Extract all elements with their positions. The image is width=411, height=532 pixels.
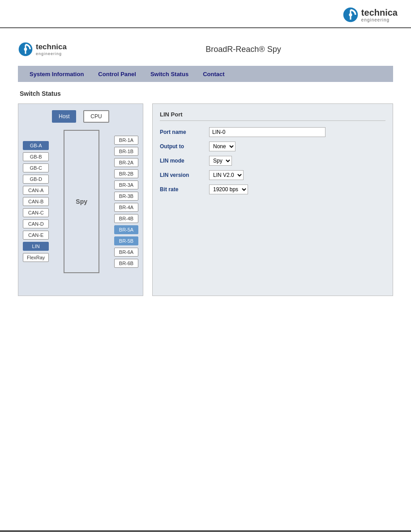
port-br-6a[interactable]: BR-6A — [114, 248, 138, 257]
inner-logo-sub: engineering — [36, 51, 67, 56]
top-header: technica engineering — [0, 0, 411, 28]
field-row-lin-version: LIN version LIN V2.0 — [160, 170, 385, 180]
footer-bar — [0, 530, 411, 532]
diagram-main: GB-A GB-B GB-C GB-D CAN-A CAN-B CAN-C CA… — [23, 130, 138, 273]
port-flexray[interactable]: FlexRay — [23, 253, 49, 262]
lin-version-value: LIN V2.0 — [209, 170, 244, 180]
top-logo: technica engineering — [342, 7, 398, 23]
lin-version-select[interactable]: LIN V2.0 — [209, 170, 244, 180]
field-row-output-to: Output to None — [160, 142, 385, 151]
port-gb-c[interactable]: GB-C — [23, 163, 49, 172]
lin-mode-value: Spy — [209, 156, 232, 166]
nav-bar: System Information Control Panel Switch … — [18, 66, 393, 82]
switch-layout: Host CPU GB-A GB-B GB-C GB-D CAN-A CAN-B… — [18, 103, 393, 296]
output-to-label: Output to — [160, 143, 209, 150]
nav-system-info[interactable]: System Information — [22, 67, 91, 81]
inner-logo: technica engineering — [18, 42, 67, 57]
port-gb-d[interactable]: GB-D — [23, 175, 49, 184]
port-name-label: Port name — [160, 129, 209, 135]
diagram-area: Host CPU GB-A GB-B GB-C GB-D CAN-A CAN-B… — [18, 103, 143, 296]
top-logo-icon — [342, 7, 359, 23]
right-ports: BR-1A BR-1B BR-2A BR-2B BR-3A BR-3B BR-4… — [114, 136, 138, 268]
port-br-3b[interactable]: BR-3B — [114, 192, 138, 201]
nav-control-panel[interactable]: Control Panel — [91, 67, 143, 81]
left-ports: GB-A GB-B GB-C GB-D CAN-A CAN-B CAN-C CA… — [23, 141, 49, 262]
nav-switch-status[interactable]: Switch Status — [143, 67, 196, 81]
output-to-select[interactable]: None — [209, 142, 235, 151]
port-can-d[interactable]: CAN-D — [23, 219, 49, 228]
center-spy-block: Spy — [64, 130, 99, 273]
port-br-2a[interactable]: BR-2A — [114, 158, 138, 167]
nav-contact[interactable]: Contact — [196, 67, 231, 81]
port-br-4b[interactable]: BR-4B — [114, 214, 138, 223]
top-logo-text: technica engineering — [361, 8, 398, 22]
right-panel: LIN Port Port name Output to None LI — [152, 103, 393, 296]
diagram-top-row: Host CPU — [23, 110, 138, 123]
port-lin[interactable]: LIN — [23, 242, 49, 251]
port-br-1b[interactable]: BR-1B — [114, 147, 138, 156]
svg-point-1 — [349, 13, 352, 16]
top-logo-name: technica — [361, 8, 398, 17]
cpu-button[interactable]: CPU — [83, 110, 109, 123]
port-br-5a[interactable]: BR-5A — [114, 225, 138, 234]
port-gb-a[interactable]: GB-A — [23, 141, 49, 150]
port-name-value — [209, 127, 325, 137]
port-br-3a[interactable]: BR-3A — [114, 180, 138, 189]
output-to-value: None — [209, 142, 235, 151]
port-br-2b[interactable]: BR-2B — [114, 169, 138, 178]
top-logo-sub: engineering — [361, 17, 398, 22]
svg-point-3 — [24, 48, 27, 51]
field-row-lin-mode: LIN mode Spy — [160, 156, 385, 166]
port-br-4a[interactable]: BR-4A — [114, 203, 138, 212]
host-button[interactable]: Host — [52, 110, 76, 123]
inner-logo-icon — [18, 42, 33, 57]
port-can-b[interactable]: CAN-B — [23, 197, 49, 206]
port-can-c[interactable]: CAN-C — [23, 208, 49, 217]
section-title: Switch Status — [18, 90, 393, 97]
lin-mode-label: LIN mode — [160, 158, 209, 164]
port-br-1a[interactable]: BR-1A — [114, 136, 138, 145]
bit-rate-value: 19200 bps — [209, 184, 248, 194]
lin-version-label: LIN version — [160, 172, 209, 178]
field-row-port-name: Port name — [160, 127, 385, 137]
port-gb-b[interactable]: GB-B — [23, 152, 49, 161]
port-br-5b[interactable]: BR-5B — [114, 236, 138, 245]
bit-rate-select[interactable]: 19200 bps — [209, 184, 248, 194]
port-can-e[interactable]: CAN-E — [23, 231, 49, 240]
lin-mode-select[interactable]: Spy — [209, 156, 232, 166]
main-content: technica engineering BroadR-Reach® Spy S… — [0, 28, 411, 309]
inner-header: technica engineering BroadR-Reach® Spy — [18, 42, 393, 57]
page-title: BroadR-Reach® Spy — [94, 45, 393, 54]
bit-rate-label: Bit rate — [160, 186, 209, 193]
inner-logo-text: technica engineering — [36, 43, 67, 56]
port-name-input[interactable] — [209, 127, 325, 137]
field-row-bit-rate: Bit rate 19200 bps — [160, 184, 385, 194]
port-can-a[interactable]: CAN-A — [23, 186, 49, 195]
lin-port-title: LIN Port — [160, 111, 385, 121]
inner-logo-name: technica — [36, 43, 67, 51]
port-br-6b[interactable]: BR-6B — [114, 259, 138, 268]
